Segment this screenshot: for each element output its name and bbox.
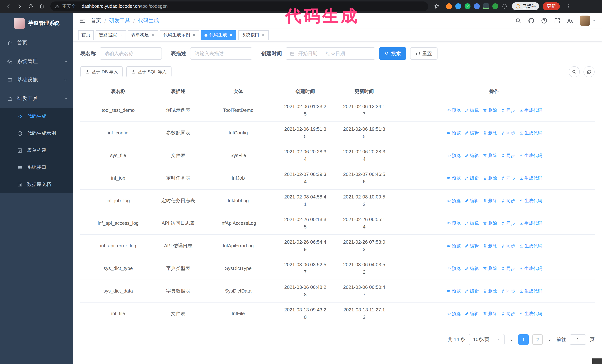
close-icon[interactable] [261, 33, 265, 37]
preview-link[interactable]: 预览 [446, 242, 461, 250]
tab-code-gen-example[interactable]: 代码生成示例 [160, 30, 199, 40]
preview-link[interactable]: 预览 [446, 152, 461, 159]
extension-icon-leaf[interactable] [492, 3, 498, 9]
toggle-search-button[interactable] [569, 66, 580, 77]
user-menu[interactable] [580, 16, 596, 26]
sidebar-item-database-docs[interactable]: 数据库文档 [0, 176, 73, 193]
reset-button[interactable]: 重置 [410, 47, 438, 60]
browser-menu-icon[interactable] [563, 1, 573, 11]
breadcrumb-dev-tools[interactable]: 研发工具 [109, 17, 130, 24]
sync-link[interactable]: 同步 [501, 129, 515, 137]
breadcrumb-home[interactable]: 首页 [91, 17, 101, 24]
update-button[interactable]: 更新 [543, 2, 560, 10]
table-name-input[interactable] [100, 47, 162, 60]
edit-link[interactable]: 编辑 [464, 219, 479, 227]
extension-icon-people[interactable] [474, 3, 480, 9]
close-icon[interactable] [151, 33, 155, 37]
preview-link[interactable]: 预览 [446, 219, 461, 227]
preview-link[interactable]: 预览 [446, 287, 461, 295]
generate-code-link[interactable]: 生成代码 [519, 129, 542, 137]
tab-system-api[interactable]: 系统接口 [238, 30, 269, 40]
help-icon[interactable] [541, 17, 548, 24]
import-db-button[interactable]: 基于 DB 导入 [80, 66, 123, 77]
extension-icon-green-check[interactable]: V [464, 3, 471, 9]
edit-link[interactable]: 编辑 [464, 174, 479, 182]
edit-link[interactable]: 编辑 [464, 197, 479, 204]
delete-link[interactable]: 删除 [483, 152, 497, 159]
address-bar[interactable]: 不安全 dashboard.yudao.iocoder.cn/tool/code… [50, 1, 428, 11]
preview-link[interactable]: 预览 [446, 174, 461, 182]
sidebar-item-code-generation[interactable]: 代码生成 [0, 108, 73, 125]
delete-link[interactable]: 删除 [483, 174, 497, 182]
date-range-picker[interactable]: 开始日期 - 结束日期 [286, 47, 375, 60]
browser-reload-button[interactable] [26, 1, 36, 11]
edit-link[interactable]: 编辑 [464, 152, 479, 159]
sidebar-item-home[interactable]: 首页 [0, 34, 73, 52]
delete-link[interactable]: 删除 [483, 107, 497, 114]
github-icon[interactable] [528, 17, 535, 24]
search-icon[interactable] [515, 17, 522, 24]
prev-page-button[interactable] [508, 337, 515, 342]
sidebar-item-system-api[interactable]: 系统接口 [0, 159, 73, 176]
sync-link[interactable]: 同步 [501, 107, 515, 114]
fullscreen-icon[interactable] [554, 17, 560, 24]
delete-link[interactable]: 删除 [483, 219, 497, 227]
bookmark-star-icon[interactable] [432, 1, 441, 11]
delete-link[interactable]: 删除 [483, 287, 497, 295]
preview-link[interactable]: 预览 [446, 197, 461, 204]
font-size-icon[interactable] [567, 17, 573, 24]
page-button-1[interactable]: 1 [518, 334, 529, 345]
next-page-button[interactable] [547, 337, 553, 342]
edit-link[interactable]: 编辑 [464, 242, 479, 250]
tab-home[interactable]: 首页 [78, 30, 94, 40]
page-size-select[interactable]: 10条/页 [469, 334, 505, 345]
edit-link[interactable]: 编辑 [464, 310, 479, 317]
preview-link[interactable]: 预览 [446, 107, 461, 114]
paused-badge[interactable]: 已暂停 [512, 2, 539, 10]
sync-link[interactable]: 同步 [501, 242, 515, 250]
search-button[interactable]: 搜索 [379, 47, 406, 60]
sidebar-item-infrastructure[interactable]: 基础设施 [0, 71, 73, 89]
sidebar-item-code-generation-example[interactable]: 代码生成示例 [0, 125, 73, 142]
generate-code-link[interactable]: 生成代码 [519, 242, 542, 250]
edit-link[interactable]: 编辑 [464, 129, 479, 137]
extension-icon-orange[interactable] [446, 3, 452, 9]
goto-page-input[interactable] [570, 334, 586, 345]
refresh-table-button[interactable] [583, 66, 595, 77]
close-icon[interactable] [192, 33, 196, 37]
sync-link[interactable]: 同步 [501, 310, 515, 317]
edit-link[interactable]: 编辑 [464, 265, 479, 272]
sync-link[interactable]: 同步 [501, 174, 515, 182]
sidebar-item-dev-tools[interactable]: 研发工具 [0, 89, 73, 108]
sync-link[interactable]: 同步 [501, 152, 515, 159]
sync-link[interactable]: 同步 [501, 197, 515, 204]
delete-link[interactable]: 删除 [483, 197, 497, 204]
generate-code-link[interactable]: 生成代码 [519, 174, 542, 182]
generate-code-link[interactable]: 生成代码 [519, 265, 542, 272]
puzzle-extensions-icon[interactable] [502, 3, 507, 9]
sidebar-item-form-builder[interactable]: 表单构建 [0, 142, 73, 159]
tab-trace[interactable]: 链路追踪 [96, 30, 126, 40]
sync-link[interactable]: 同步 [501, 219, 515, 227]
delete-link[interactable]: 删除 [483, 129, 497, 137]
preview-link[interactable]: 预览 [446, 129, 461, 137]
browser-forward-button[interactable] [15, 1, 24, 11]
sync-link[interactable]: 同步 [501, 265, 515, 272]
generate-code-link[interactable]: 生成代码 [519, 197, 542, 204]
import-sql-button[interactable]: 基于 SQL 导入 [127, 66, 171, 77]
table-desc-input[interactable] [190, 47, 252, 60]
preview-link[interactable]: 预览 [446, 310, 461, 317]
edit-link[interactable]: 编辑 [464, 287, 479, 295]
generate-code-link[interactable]: 生成代码 [519, 310, 542, 317]
generate-code-link[interactable]: 生成代码 [519, 287, 542, 295]
extension-icon-dark[interactable] [483, 3, 489, 9]
browser-home-button[interactable] [37, 1, 47, 11]
generate-code-link[interactable]: 生成代码 [519, 107, 542, 114]
generate-code-link[interactable]: 生成代码 [519, 219, 542, 227]
preview-link[interactable]: 预览 [446, 265, 461, 272]
delete-link[interactable]: 删除 [483, 265, 497, 272]
delete-link[interactable]: 删除 [483, 242, 497, 250]
delete-link[interactable]: 删除 [483, 310, 497, 317]
sidebar-item-system-management[interactable]: 系统管理 [0, 52, 73, 71]
close-icon[interactable] [118, 33, 123, 37]
